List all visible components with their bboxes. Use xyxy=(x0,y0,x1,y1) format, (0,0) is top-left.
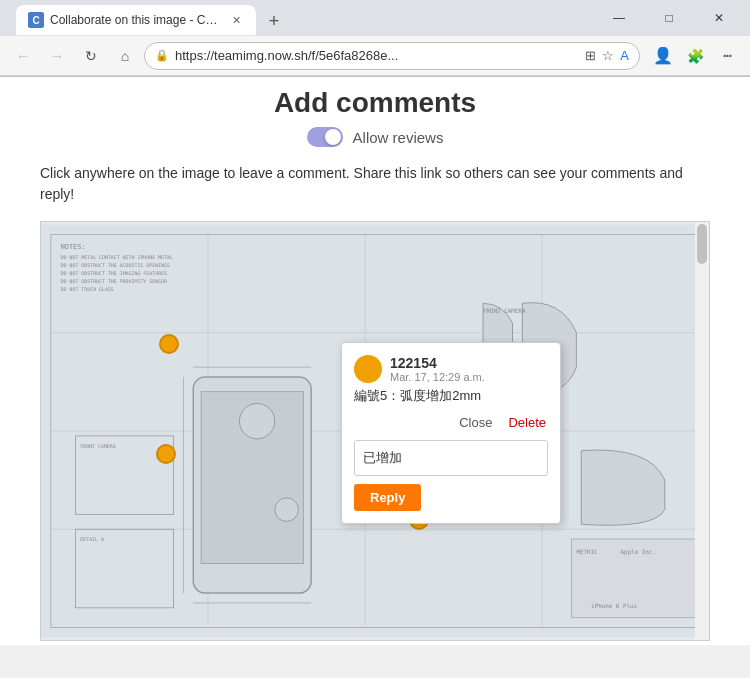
translate-icon: ⊞ xyxy=(585,48,596,63)
tab-favicon: C xyxy=(28,12,44,28)
minimize-button[interactable]: — xyxy=(596,3,642,33)
svg-text:FRONT CAMERA: FRONT CAMERA xyxy=(80,443,115,449)
lock-icon: 🔒 xyxy=(155,49,169,62)
scrollbar-track xyxy=(695,222,709,640)
scrollbar-thumb[interactable] xyxy=(697,224,707,264)
refresh-button[interactable]: ↻ xyxy=(76,41,106,71)
svg-text:DETAIL A: DETAIL A xyxy=(80,536,104,542)
allow-reviews-label: Allow reviews xyxy=(353,129,444,146)
back-button[interactable]: ← xyxy=(8,41,38,71)
translate-btn-icon: A xyxy=(620,48,629,63)
address-bar[interactable]: 🔒 https://teamimg.now.sh/f/5e6fa8268e...… xyxy=(144,42,640,70)
reply-button[interactable]: Reply xyxy=(354,484,421,511)
svg-point-10 xyxy=(239,403,274,438)
svg-text:METRIC: METRIC xyxy=(576,549,598,555)
page-title: Add comments xyxy=(40,87,710,119)
tab-title: Collaborate on this image - Com xyxy=(50,13,222,27)
toggle-knob xyxy=(325,129,341,145)
svg-text:DO NOT OBSTRUCT THE IMAGING FE: DO NOT OBSTRUCT THE IMAGING FEATURES xyxy=(61,270,167,276)
svg-point-11 xyxy=(275,498,299,522)
new-tab-button[interactable]: + xyxy=(260,7,288,35)
allow-reviews-toggle[interactable] xyxy=(307,127,343,147)
menu-button[interactable]: ··· xyxy=(712,41,742,71)
instructions-text: Click anywhere on the image to leave a c… xyxy=(40,163,710,205)
image-container[interactable]: NOTES: DO NOT METAL CONTACT WITH IPHONE … xyxy=(40,221,710,641)
svg-text:Apple Inc.: Apple Inc. xyxy=(621,549,656,556)
svg-text:DO NOT METAL CONTACT WITH IPHO: DO NOT METAL CONTACT WITH IPHONE METAL xyxy=(61,254,173,260)
extensions-button[interactable]: 🧩 xyxy=(680,41,710,71)
svg-text:iPhone 6 Plus: iPhone 6 Plus xyxy=(591,603,637,609)
home-button[interactable]: ⌂ xyxy=(110,41,140,71)
address-text: https://teamimg.now.sh/f/5e6fa8268e... xyxy=(175,48,579,63)
comment-id: 122154 xyxy=(390,355,548,371)
close-comment-button[interactable]: Close xyxy=(457,413,494,432)
comment-pin-1[interactable] xyxy=(159,334,179,354)
svg-text:NOTES:: NOTES: xyxy=(61,243,86,251)
maximize-button[interactable]: □ xyxy=(646,3,692,33)
forward-button[interactable]: → xyxy=(42,41,72,71)
comment-date: Mar. 17, 12:29 a.m. xyxy=(390,371,548,383)
comment-pin-2[interactable] xyxy=(156,444,176,464)
comment-avatar xyxy=(354,355,382,383)
tab-close-button[interactable]: ✕ xyxy=(228,12,244,28)
reply-input[interactable] xyxy=(354,440,548,476)
svg-text:DO NOT OBSTRUCT THE ACOUSTIC O: DO NOT OBSTRUCT THE ACOUSTIC OPENINGS xyxy=(61,262,170,268)
svg-text:DO NOT TOUCH GLASS: DO NOT TOUCH GLASS xyxy=(61,286,114,292)
svg-text:FRONT CAMERA: FRONT CAMERA xyxy=(483,308,526,314)
svg-text:DO NOT OBSTRUCT THE PROXIMITY : DO NOT OBSTRUCT THE PROXIMITY SENSOR xyxy=(61,278,167,284)
profile-button[interactable]: 👤 xyxy=(648,41,678,71)
comment-popup: 122154 Mar. 17, 12:29 a.m. 編號5：弧度增加2mm C… xyxy=(341,342,561,524)
browser-tab[interactable]: C Collaborate on this image - Com ✕ xyxy=(16,5,256,35)
comment-text: 編號5：弧度增加2mm xyxy=(354,387,548,405)
delete-comment-button[interactable]: Delete xyxy=(506,413,548,432)
window-close-button[interactable]: ✕ xyxy=(696,3,742,33)
star-icon: ☆ xyxy=(602,48,614,63)
